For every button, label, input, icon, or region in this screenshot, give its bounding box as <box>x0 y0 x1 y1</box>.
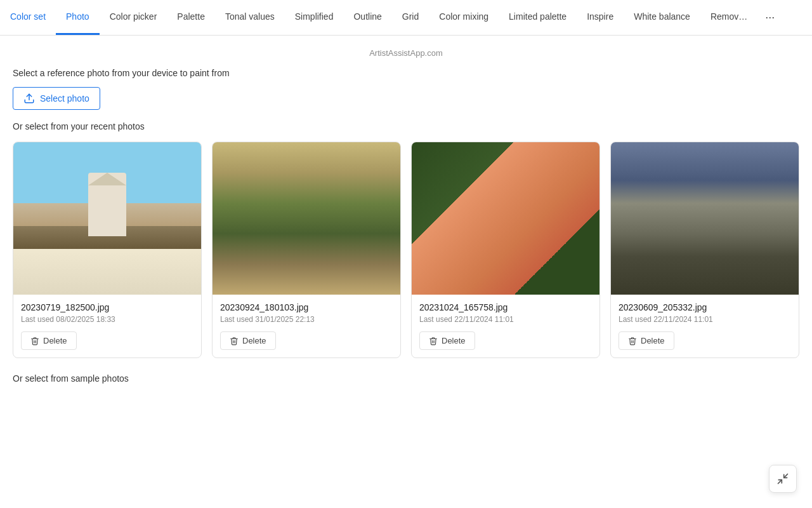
photo-info-1: 20230719_182500.jpgLast used 08/02/2025 … <box>13 295 201 358</box>
photo-grid: 20230719_182500.jpgLast used 08/02/2025 … <box>13 142 799 358</box>
header-text: Select a reference photo from your devic… <box>13 68 799 78</box>
nav-more-button[interactable]: ··· <box>757 0 782 35</box>
nav-item-color-set[interactable]: Color set <box>0 0 56 35</box>
nav-item-white-balance[interactable]: White balance <box>624 0 700 35</box>
nav-item-tonal-values[interactable]: Tonal values <box>215 0 285 35</box>
trash-icon <box>628 337 637 345</box>
photo-last-used-4: Last used 22/11/2024 11:01 <box>619 315 791 324</box>
recent-label: Or select from your recent photos <box>13 121 799 131</box>
nav-item-outline[interactable]: Outline <box>343 0 391 35</box>
delete-button-1[interactable]: Delete <box>21 331 77 350</box>
photo-filename-4: 20230609_205332.jpg <box>619 302 791 312</box>
nav-item-photo[interactable]: Photo <box>56 0 100 35</box>
photo-info-3: 20231024_165758.jpgLast used 22/11/2024 … <box>412 295 599 358</box>
sample-label: Or select from sample photos <box>13 373 799 384</box>
photo-last-used-3: Last used 22/11/2024 11:01 <box>419 315 592 324</box>
nav-item-inspire[interactable]: Inspire <box>577 0 624 35</box>
nav-item-limited-palette[interactable]: Limited palette <box>499 0 577 35</box>
photo-card-2[interactable]: 20230924_180103.jpgLast used 31/01/2025 … <box>212 142 401 358</box>
delete-label: Delete <box>242 336 266 345</box>
nav-item-palette[interactable]: Palette <box>167 0 215 35</box>
photo-card-3[interactable]: 20231024_165758.jpgLast used 22/11/2024 … <box>411 142 600 358</box>
nav-item-remove[interactable]: Remov… <box>700 0 757 35</box>
main-content: ArtistAssistApp.com Select a reference p… <box>0 36 812 396</box>
photo-thumbnail-2 <box>213 142 400 295</box>
trash-icon <box>429 337 438 345</box>
photo-last-used-1: Last used 08/02/2025 18:33 <box>21 315 193 324</box>
photo-card-4[interactable]: 20230609_205332.jpgLast used 22/11/2024 … <box>610 142 799 358</box>
photo-thumbnail-4 <box>611 142 799 295</box>
photo-filename-1: 20230719_182500.jpg <box>21 302 193 312</box>
delete-button-4[interactable]: Delete <box>619 331 674 350</box>
nav-bar: Color setPhotoColor pickerPaletteTonal v… <box>0 0 812 36</box>
photo-last-used-2: Last used 31/01/2025 22:13 <box>220 315 393 324</box>
site-tagline: ArtistAssistApp.com <box>13 48 799 58</box>
delete-label: Delete <box>641 336 665 345</box>
photo-filename-3: 20231024_165758.jpg <box>419 302 592 312</box>
photo-card-1[interactable]: 20230719_182500.jpgLast used 08/02/2025 … <box>13 142 202 358</box>
nav-item-simplified[interactable]: Simplified <box>285 0 344 35</box>
nav-item-color-picker[interactable]: Color picker <box>100 0 167 35</box>
photo-thumbnail-1 <box>13 142 201 295</box>
photo-thumbnail-3 <box>412 142 599 295</box>
nav-item-color-mixing[interactable]: Color mixing <box>429 0 499 35</box>
trash-icon <box>230 337 239 345</box>
trash-icon <box>30 337 39 345</box>
delete-button-2[interactable]: Delete <box>220 331 276 350</box>
nav-item-grid[interactable]: Grid <box>392 0 429 35</box>
select-photo-button[interactable]: Select photo <box>13 87 100 110</box>
delete-label: Delete <box>442 336 466 345</box>
delete-button-3[interactable]: Delete <box>419 331 475 350</box>
photo-info-2: 20230924_180103.jpgLast used 31/01/2025 … <box>213 295 400 358</box>
photo-filename-2: 20230924_180103.jpg <box>220 302 393 312</box>
delete-label: Delete <box>43 336 67 345</box>
photo-info-4: 20230609_205332.jpgLast used 22/11/2024 … <box>611 295 799 358</box>
upload-icon <box>23 93 35 104</box>
